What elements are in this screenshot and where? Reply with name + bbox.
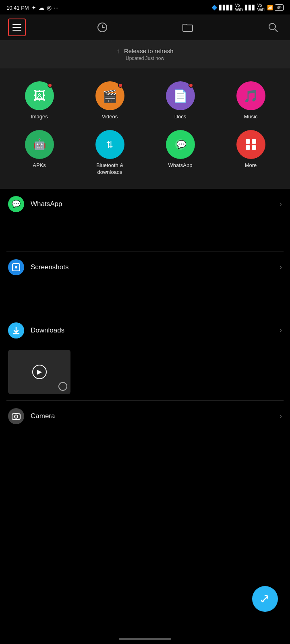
search-icon	[268, 22, 278, 33]
category-images[interactable]: 🖼 Images	[4, 76, 75, 125]
pull-to-refresh-banner: ↑ Release to refresh Updated Just now	[0, 40, 290, 68]
category-grid: 🖼 Images 🎬 Videos 📄 Docs 🎵 Music 🤖 APKs	[0, 68, 290, 189]
svg-text:💬: 💬	[176, 140, 186, 149]
more-grid-icon	[244, 137, 258, 152]
wifi-icon: 📶	[267, 5, 273, 10]
screenshots-section-label: Screenshots	[31, 263, 280, 271]
clock-icon	[97, 22, 108, 33]
instagram-icon: ◎	[47, 4, 52, 11]
search-button[interactable]	[264, 19, 282, 36]
bluetooth-label: Bluetooth &downloads	[96, 162, 123, 176]
whatsapp-chevron-icon: ›	[280, 200, 282, 208]
whatsapp-section-label: WhatsApp	[31, 200, 280, 208]
downloads-section-label: Downloads	[31, 326, 280, 334]
folder-button[interactable]	[179, 19, 197, 36]
svg-rect-9	[252, 139, 256, 144]
video-thumbnail[interactable]: ▶	[8, 350, 70, 394]
apks-icon: 🤖	[33, 138, 46, 151]
svg-rect-17	[14, 413, 18, 414]
play-button[interactable]: ▶	[32, 365, 47, 379]
refresh-main-text: ↑ Release to refresh	[4, 47, 286, 55]
svg-text:⇅: ⇅	[106, 140, 113, 150]
bluetooth-icon-bg: ⇅	[95, 130, 124, 159]
more-dots-icon: ···	[54, 4, 59, 11]
arrow-up-icon: ↑	[116, 47, 120, 55]
recent-button[interactable]	[93, 19, 111, 36]
docs-label: Docs	[174, 114, 186, 120]
whatsapp-icon: 💬	[173, 137, 188, 152]
category-more[interactable]: More	[215, 125, 286, 181]
camera-section-icon	[8, 408, 24, 424]
category-videos[interactable]: 🎬 Videos	[75, 76, 145, 125]
images-icon-bg: 🖼	[25, 81, 54, 110]
videos-icon-bg: 🎬	[95, 81, 124, 110]
fab-button[interactable]	[252, 586, 278, 612]
images-notif-dot	[48, 83, 52, 88]
whatsapp-section-item[interactable]: 💬 WhatsApp ›	[0, 189, 290, 219]
whatsapp-section-icon: 💬	[8, 196, 24, 212]
refresh-sub-text: Updated Just now	[4, 56, 286, 61]
svg-point-16	[14, 415, 18, 418]
status-right: 🔷 ▋▋▋▋ VoWiFi ▋▋▋ VoWiFi 📶 49	[211, 3, 284, 12]
docs-notif-dot	[188, 83, 193, 88]
bluetooth-download-icon: ⇅	[104, 138, 116, 151]
downloads-section-item[interactable]: Downloads ›	[0, 315, 290, 346]
svg-rect-10	[246, 145, 250, 150]
screenshots-chevron-icon: ›	[280, 263, 282, 271]
home-indicator	[119, 638, 171, 640]
videos-icon: 🎬	[102, 89, 117, 103]
screenshots-section-item[interactable]: Screenshots ›	[0, 252, 290, 283]
whatsapp-icon-bg: 💬	[166, 130, 195, 159]
downloads-section-icon	[8, 322, 24, 339]
more-icon-bg	[236, 130, 265, 159]
more-label: More	[245, 162, 257, 169]
svg-line-4	[275, 29, 278, 32]
category-bluetooth[interactable]: ⇅ Bluetooth &downloads	[75, 125, 145, 181]
bluetooth-icon: 🔷	[211, 5, 218, 10]
time-display: 10:41 PM	[6, 5, 29, 11]
screenshots-spacer	[0, 283, 290, 315]
status-bar: 10:41 PM ✦ ☁ ◎ ··· 🔷 ▋▋▋▋ VoWiFi ▋▋▋ VoW…	[0, 0, 290, 14]
camera-section-item[interactable]: Camera ›	[0, 401, 290, 431]
hamburger-icon	[12, 24, 21, 31]
docs-icon: 📄	[173, 89, 188, 103]
music-label: Music	[244, 114, 258, 120]
whatsapp-section-icon-glyph: 💬	[12, 200, 21, 208]
thumb-circle-indicator	[58, 382, 67, 391]
notification-icon: ✦	[31, 4, 36, 11]
battery-indicator: 49	[275, 4, 284, 11]
category-apks[interactable]: 🤖 APKs	[4, 125, 75, 181]
fab-icon	[259, 593, 271, 605]
vo-wifi2-label: VoWiFi	[257, 3, 265, 12]
downloads-icon-glyph	[12, 326, 21, 335]
docs-icon-bg: 📄	[166, 81, 195, 110]
apks-icon-bg: 🤖	[25, 130, 54, 159]
svg-rect-8	[246, 139, 250, 144]
camera-icon-glyph	[12, 412, 21, 421]
camera-chevron-icon: ›	[280, 412, 282, 420]
music-icon-bg: 🎵	[236, 81, 265, 110]
whatsapp-spacer	[0, 219, 290, 252]
category-docs[interactable]: 📄 Docs	[145, 76, 215, 125]
videos-label: Videos	[102, 114, 118, 120]
svg-point-13	[15, 266, 17, 268]
music-icon: 🎵	[243, 89, 258, 103]
cloud-icon: ☁	[39, 4, 44, 11]
vo-wifi-label: VoWiFi	[235, 3, 243, 12]
folder-icon	[182, 23, 193, 32]
images-icon: 🖼	[33, 89, 46, 103]
signal-icon: ▋▋▋▋	[219, 5, 234, 10]
svg-rect-11	[252, 145, 256, 150]
apks-label: APKs	[33, 162, 46, 169]
category-whatsapp[interactable]: 💬 WhatsApp	[145, 125, 215, 181]
screenshots-icon-glyph	[12, 263, 21, 272]
whatsapp-label: WhatsApp	[168, 162, 193, 169]
signal2-icon: ▋▋▋	[245, 5, 256, 10]
menu-button[interactable]	[8, 19, 26, 36]
screenshots-section-icon	[8, 259, 24, 275]
images-label: Images	[31, 114, 48, 120]
category-music[interactable]: 🎵 Music	[215, 76, 286, 125]
videos-notif-dot	[118, 83, 123, 88]
downloads-chevron-icon: ›	[280, 326, 282, 334]
camera-section-label: Camera	[31, 412, 280, 420]
